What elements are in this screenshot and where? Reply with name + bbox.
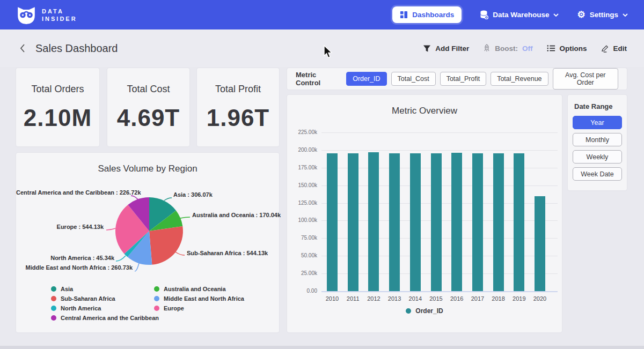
legend-label: Europe — [164, 305, 184, 311]
edit-button[interactable]: Edit — [601, 44, 627, 53]
bar-2014[interactable] — [410, 153, 421, 291]
legend-label: Australia and Oceania — [164, 286, 226, 292]
y-axis-tick: 125.00k — [289, 200, 317, 206]
date-range-monthly-button[interactable]: Monthly — [573, 133, 622, 146]
metric-chip-total-cost[interactable]: Total_Cost — [391, 72, 436, 86]
bar-chart-title: Metric Overview — [287, 106, 562, 116]
pie-legend-item[interactable]: Australia and Oceania — [154, 286, 244, 292]
legend-label: Asia — [61, 286, 73, 292]
metric-chip-total-revenue[interactable]: Total_Revenue — [491, 72, 548, 86]
pie-label-australia-and-oceania: Australia and Oceania : 170.04k — [192, 212, 278, 218]
metric-chip-order-id[interactable]: Order_ID — [346, 72, 386, 86]
data-warehouse-menu[interactable]: Data Warehouse — [480, 10, 559, 19]
pie-legend-item[interactable]: Europe — [154, 305, 244, 311]
date-range-weekly-button[interactable]: Weekly — [573, 150, 622, 164]
kpi-label: Total Cost — [127, 84, 170, 95]
rocket-icon — [483, 44, 491, 53]
legend-dot — [51, 296, 56, 301]
dashboard-header: Sales Dashboard Add Filter Boost: Off — [0, 29, 644, 67]
pie-legend-item[interactable]: Sub-Saharan Africa — [51, 295, 159, 302]
legend-dot — [154, 306, 159, 311]
pie-label-north-america: North America : 45.34k — [16, 255, 114, 261]
pie-callout-line — [116, 256, 126, 261]
add-filter-button[interactable]: Add Filter — [423, 44, 469, 53]
y-axis-tick: 0.00 — [289, 288, 317, 294]
bar-2017[interactable] — [472, 153, 483, 291]
date-range-panel: Date Range Year Monthly Weekly Week Date — [568, 95, 627, 190]
y-axis-tick: 100.00k — [289, 217, 317, 223]
back-button[interactable] — [17, 41, 28, 55]
bar-2018[interactable] — [493, 153, 504, 291]
pie-label-middle-east-and-north-africa: Middle East and North Africa : 260.73k — [16, 264, 133, 271]
date-range-week-date-button[interactable]: Week Date — [573, 167, 622, 181]
y-axis-tick: 50.00k — [289, 253, 317, 258]
x-axis-tick: 2019 — [508, 295, 530, 302]
add-filter-label: Add Filter — [435, 44, 469, 53]
kpi-card-total-profit: Total Profit 1.96T — [197, 68, 279, 146]
legend-dot — [406, 308, 411, 314]
legend-dot — [51, 306, 56, 311]
x-axis-tick: 2017 — [467, 295, 488, 302]
pie-legend-column-2: Australia and OceaniaMiddle East and Nor… — [154, 286, 244, 311]
pie-label-central-america-and-the-caribbean: Central America and the Caribbean : 226.… — [16, 189, 129, 196]
y-axis-tick: 225.00k — [289, 129, 317, 135]
kpi-value: 1.96T — [207, 105, 270, 131]
legend-dot — [51, 315, 56, 321]
x-axis-tick: 2014 — [405, 295, 426, 302]
pie-legend-item[interactable]: Central America and the Caribbean — [51, 315, 159, 321]
date-range-year-button[interactable]: Year — [573, 116, 622, 129]
metric-chip-total-profit[interactable]: Total_Profit — [440, 72, 487, 86]
metric-chip-avg-cost-per-order[interactable]: Avg. Cost per Order — [553, 68, 618, 90]
pie-legend-item[interactable]: Middle East and North Africa — [154, 295, 244, 302]
bar-2019[interactable] — [514, 153, 524, 291]
dashboard-grid-icon — [400, 11, 408, 19]
pie-callout-line — [180, 217, 190, 218]
pencil-icon — [601, 44, 609, 53]
options-button[interactable]: Options — [547, 44, 587, 53]
date-range-label: Date Range — [574, 102, 622, 110]
bar-2010[interactable] — [327, 153, 338, 291]
boost-toggle[interactable]: Boost: Off — [483, 44, 532, 53]
legend-label: North America — [61, 305, 101, 311]
kpi-card-total-cost: Total Cost 4.69T — [107, 68, 189, 146]
legend-label: Middle East and North Africa — [164, 295, 244, 302]
bar-2011[interactable] — [348, 153, 358, 291]
bar-2013[interactable] — [389, 153, 400, 291]
y-axis-tick: 175.00k — [289, 165, 317, 170]
kpi-label: Total Profit — [215, 84, 261, 95]
bar-2012[interactable] — [368, 152, 379, 291]
legend-dot — [51, 286, 56, 292]
pie-callout-line — [175, 252, 185, 255]
brand-line1: DATA — [42, 8, 77, 15]
pie-legend-item[interactable]: Asia — [51, 286, 159, 292]
dashboards-button[interactable]: Dashboards — [392, 6, 462, 23]
legend-label: Sub-Saharan Africa — [61, 295, 115, 302]
brand-logo: DATA INSIDER — [16, 5, 77, 25]
pie-slice-sub-saharan-africa[interactable] — [149, 226, 183, 265]
chevron-left-icon — [19, 43, 26, 53]
pie-label-europe: Europe : 544.13k — [23, 224, 104, 230]
nav-right: Dashboards Data Warehouse ⚙ Settings — [392, 6, 628, 23]
header-actions: Add Filter Boost: Off Options — [423, 44, 627, 53]
metric-overview-chart-card: Metric Overview Order_ID 0.0025.00k50.00… — [287, 95, 562, 332]
brand-line2: INSIDER — [42, 15, 77, 23]
kpi-value: 4.69T — [117, 105, 180, 131]
bar-2020[interactable] — [535, 196, 545, 291]
pie-legend-item[interactable]: North America — [51, 305, 159, 311]
gridline — [321, 132, 558, 133]
y-axis-tick: 200.00k — [289, 147, 317, 153]
bottom-strip — [0, 346, 644, 349]
metric-control-label: Metric Control — [296, 71, 338, 87]
bar-2016[interactable] — [451, 153, 462, 291]
kpi-card-total-orders: Total Orders 2.10M — [16, 68, 99, 146]
legend-label: Order_ID — [415, 307, 443, 315]
pie-legend-column-1: AsiaSub-Saharan AfricaNorth AmericaCentr… — [51, 286, 159, 321]
legend-dot — [154, 286, 159, 292]
settings-menu[interactable]: ⚙ Settings — [577, 10, 628, 19]
brand-name: DATA INSIDER — [42, 8, 77, 23]
x-axis-tick: 2018 — [488, 295, 509, 302]
chevron-down-icon — [553, 13, 559, 17]
x-axis-tick: 2015 — [426, 295, 447, 302]
bar-2015[interactable] — [431, 153, 442, 291]
x-axis-tick: 2010 — [321, 295, 343, 302]
